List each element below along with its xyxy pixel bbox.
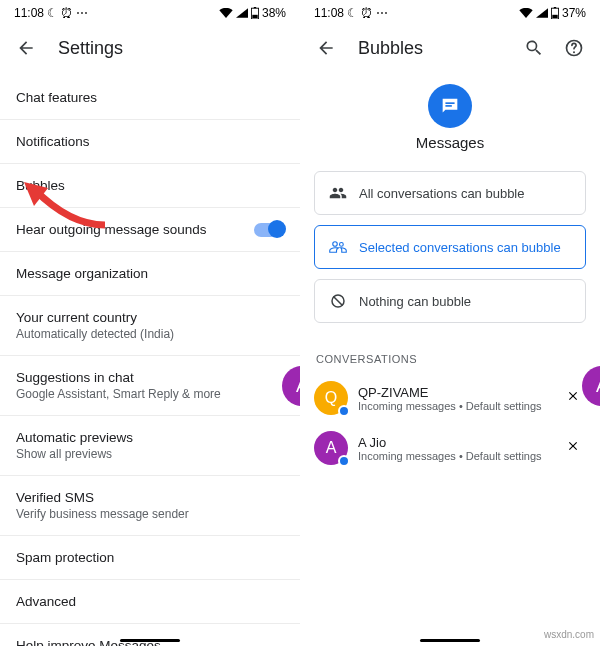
row-spam-protection[interactable]: Spam protection xyxy=(0,536,300,580)
bubbles-screen: 11:08 ☾ ⏰︎ ⋯ 37% Bubbles Mess xyxy=(300,0,600,646)
toggle-outgoing-sounds[interactable] xyxy=(254,223,284,237)
back-arrow-icon xyxy=(316,38,336,58)
messages-badge-icon xyxy=(338,405,350,417)
home-indicator[interactable] xyxy=(120,639,180,642)
signal-icon xyxy=(536,8,548,18)
block-icon xyxy=(329,292,347,310)
avatar: A xyxy=(314,431,348,465)
svg-line-11 xyxy=(334,297,343,306)
svg-rect-1 xyxy=(254,7,256,8)
row-chat-features[interactable]: Chat features xyxy=(0,76,300,120)
svg-rect-8 xyxy=(445,102,454,104)
row-verified-sms[interactable]: Verified SMS Verify business message sen… xyxy=(0,476,300,536)
row-suggestions[interactable]: Suggestions in chat Google Assistant, Sm… xyxy=(0,356,300,416)
conversation-name: A Jio xyxy=(358,435,550,450)
alarm-icon: ⏰︎ xyxy=(361,6,373,20)
status-bar: 11:08 ☾ ⏰︎ ⋯ 37% xyxy=(300,0,600,24)
battery-icon xyxy=(251,7,259,19)
svg-rect-5 xyxy=(552,15,557,18)
option-all-bubble[interactable]: All conversations can bubble xyxy=(314,171,586,215)
avatar: Q xyxy=(314,381,348,415)
conversation-sub: Incoming messages • Default settings xyxy=(358,450,550,462)
settings-header: Settings xyxy=(0,24,300,76)
battery-text: 38% xyxy=(262,6,286,20)
messages-badge-icon xyxy=(338,455,350,467)
app-name-label: Messages xyxy=(300,134,600,151)
conversation-row[interactable]: Q QP-ZIVAME Incoming messages • Default … xyxy=(300,373,600,423)
help-icon xyxy=(564,38,584,58)
settings-list: Chat features Notifications Bubbles Hear… xyxy=(0,76,300,646)
option-label: Nothing can bubble xyxy=(359,294,471,309)
back-button[interactable] xyxy=(312,34,340,62)
moon-icon: ☾ xyxy=(347,6,358,20)
page-title: Bubbles xyxy=(358,38,423,59)
wifi-icon xyxy=(519,8,533,18)
status-bar: 11:08 ☾ ⏰︎ ⋯ 38% xyxy=(0,0,300,24)
conversation-sub: Incoming messages • Default settings xyxy=(358,400,550,412)
home-indicator[interactable] xyxy=(420,639,480,642)
search-button[interactable] xyxy=(520,34,548,62)
back-button[interactable] xyxy=(12,34,40,62)
status-time: 11:08 xyxy=(14,6,44,20)
help-button[interactable] xyxy=(560,34,588,62)
avatar-initial: Q xyxy=(325,389,337,407)
row-automatic-previews[interactable]: Automatic previews Show all previews xyxy=(0,416,300,476)
page-title: Settings xyxy=(58,38,123,59)
conversation-row[interactable]: A A Jio Incoming messages • Default sett… xyxy=(300,423,600,473)
people-icon xyxy=(329,184,347,202)
row-bubbles[interactable]: Bubbles xyxy=(0,164,300,208)
messages-app-icon xyxy=(428,84,472,128)
people-outline-icon xyxy=(329,238,347,256)
option-label: All conversations can bubble xyxy=(359,186,525,201)
settings-screen: 11:08 ☾ ⏰︎ ⋯ 38% Settings Chat features … xyxy=(0,0,300,646)
row-help-improve[interactable]: Help improve Messages xyxy=(0,624,300,646)
row-current-country[interactable]: Your current country Automatically detec… xyxy=(0,296,300,356)
bubbles-header: Bubbles xyxy=(300,24,600,76)
option-selected-bubble[interactable]: Selected conversations can bubble xyxy=(314,225,586,269)
option-nothing-bubble[interactable]: Nothing can bubble xyxy=(314,279,586,323)
row-notifications[interactable]: Notifications xyxy=(0,120,300,164)
conversations-section-label: CONVERSATIONS xyxy=(300,333,600,373)
search-icon xyxy=(524,38,544,58)
avatar-initial: A xyxy=(326,439,337,457)
svg-rect-4 xyxy=(554,7,556,8)
alarm-icon: ⏰︎ xyxy=(61,6,73,20)
watermark: wsxdn.com xyxy=(544,629,594,640)
wifi-icon xyxy=(219,8,233,18)
close-icon xyxy=(566,439,580,453)
battery-text: 37% xyxy=(562,6,586,20)
row-outgoing-sounds[interactable]: Hear outgoing message sounds xyxy=(0,208,300,252)
back-arrow-icon xyxy=(16,38,36,58)
remove-conversation-button[interactable] xyxy=(560,433,586,463)
row-message-organization[interactable]: Message organization xyxy=(0,252,300,296)
battery-icon xyxy=(551,7,559,19)
svg-point-7 xyxy=(573,51,575,53)
option-label: Selected conversations can bubble xyxy=(359,240,561,255)
close-icon xyxy=(566,389,580,403)
moon-icon: ☾ xyxy=(47,6,58,20)
status-time: 11:08 xyxy=(314,6,344,20)
avatar-initial: A xyxy=(596,376,600,397)
app-info: Messages xyxy=(300,76,600,171)
signal-icon xyxy=(236,8,248,18)
svg-rect-2 xyxy=(252,15,257,18)
row-advanced[interactable]: Advanced xyxy=(0,580,300,624)
conversation-name: QP-ZIVAME xyxy=(358,385,550,400)
svg-rect-9 xyxy=(445,105,451,107)
hotspot-icon: ⋯ xyxy=(76,6,88,20)
hotspot-icon: ⋯ xyxy=(376,6,388,20)
